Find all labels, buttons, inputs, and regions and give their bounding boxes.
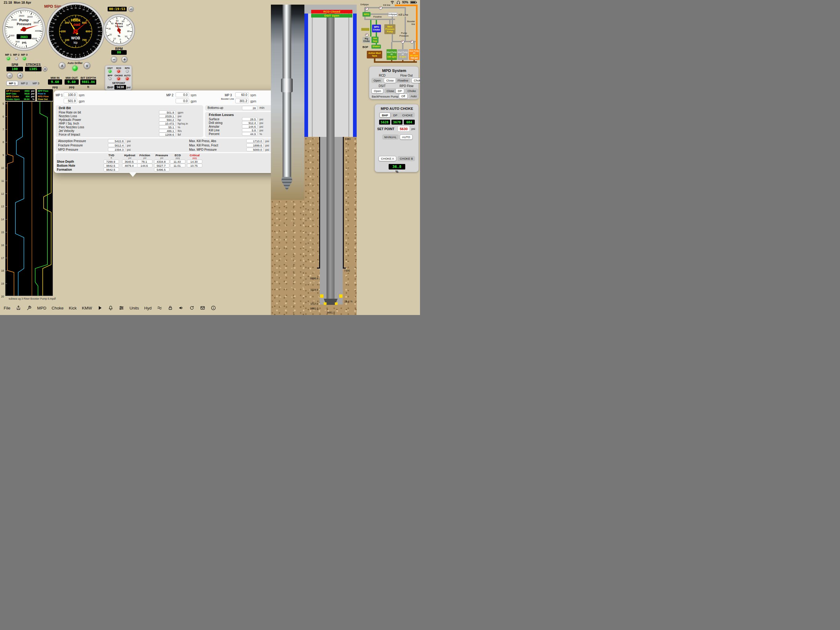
mp2-spm-field[interactable]: 0.0 xyxy=(175,92,189,97)
drill-bit-row-field[interactable]: 2029.1 xyxy=(159,114,175,118)
refresh-icon[interactable] xyxy=(189,305,195,311)
table-cell-field[interactable]: 9842.5 xyxy=(104,164,119,167)
schematic-node-drillpipe-btn[interactable]: Drillpipe xyxy=(388,12,397,17)
toolbar-choke-button[interactable]: Choke xyxy=(52,306,64,310)
share-icon[interactable] xyxy=(16,305,21,311)
info-icon[interactable] xyxy=(211,305,216,311)
backpressure-pump-auto-button[interactable]: Auto xyxy=(409,93,419,99)
strokes-reset-button[interactable]: R xyxy=(43,67,47,71)
drill-bit-row-field[interactable]: 501.9 xyxy=(159,111,175,114)
table-cell-field[interactable]: 3640.5 xyxy=(122,160,137,163)
pressure-row-field[interactable]: 5422.8 xyxy=(108,139,125,143)
booster-gpm-field[interactable]: 301.2 xyxy=(235,98,249,103)
svg-text:4500: 4500 xyxy=(32,37,37,40)
friction-row-field[interactable]: 5.8 xyxy=(242,128,257,132)
mail-icon[interactable] xyxy=(200,305,205,311)
mp1-spm-field[interactable]: 100.0 xyxy=(64,92,77,97)
bottoms-up-field[interactable]: 28 xyxy=(242,106,257,110)
play-icon[interactable] xyxy=(97,305,103,311)
table-cell-field[interactable]: 7299.9 xyxy=(104,160,119,163)
svg-text:40: 40 xyxy=(67,8,69,11)
tools-icon[interactable] xyxy=(27,305,32,311)
waves-icon[interactable] xyxy=(157,305,163,311)
setpoint-field[interactable]: 5630 xyxy=(398,126,410,131)
table-cell-field[interactable]: 144.6 xyxy=(137,164,153,167)
schematic-node-pump1: Mud Pump #1100 spm xyxy=(387,49,397,60)
tab-mp1[interactable]: MP 1 xyxy=(6,81,18,85)
pipe-segment xyxy=(376,20,377,25)
choke-mode-auto-button[interactable]: AUTO xyxy=(400,135,413,140)
friction-title: Friction Losses xyxy=(209,113,234,117)
table-cell-field[interactable]: 4879.4 xyxy=(122,164,137,167)
table-cell-field[interactable]: 5496.5 xyxy=(154,168,169,171)
pressure-table: TVDftHydrostpsiFrictionpsiPressurepsiECD… xyxy=(56,153,280,172)
pressure-row-field[interactable]: 5000.0 xyxy=(246,148,264,151)
speaker-icon[interactable] xyxy=(178,305,184,311)
pressure-row-field[interactable]: 2394.3 xyxy=(108,148,125,151)
friction-row-field[interactable]: 44.9 xyxy=(242,132,257,136)
mp2-gpm-field[interactable]: 0.0 xyxy=(175,98,189,103)
table-cell-field[interactable]: 11.43 xyxy=(170,160,185,163)
table-cell-field[interactable]: 11.01 xyxy=(170,164,185,167)
table-cell-field[interactable]: 14.30 xyxy=(187,160,202,163)
backpressure-pump-off-button[interactable]: Off xyxy=(399,93,408,99)
drill-bit-row-field[interactable]: 486.1 xyxy=(159,129,175,133)
friction-row-field[interactable]: 144.6 xyxy=(242,125,257,128)
rpd-flow-choke-button[interactable]: Choke xyxy=(405,88,418,93)
rpd-flow-dp-button[interactable]: DP xyxy=(395,88,404,93)
rpm-plus-button[interactable]: + xyxy=(122,56,128,62)
toolbar-kmw-button[interactable]: KMW xyxy=(82,306,92,310)
pressure-row-field[interactable]: 1899.6 xyxy=(246,143,264,147)
bhp-label: BHP xyxy=(106,85,114,89)
spm-value: 100 xyxy=(6,67,23,71)
auto-choke-tab-choke[interactable]: CHOKE xyxy=(400,112,415,117)
auto-choke-tab-bhp[interactable]: BHP xyxy=(379,112,390,117)
dsit-close-button[interactable]: Close xyxy=(384,88,396,93)
auto-driller-down-button[interactable]: ∨ xyxy=(84,62,90,69)
readout-row: BHP Calc5628psi xyxy=(6,92,35,95)
pressure-row-field[interactable]: 1710.0 xyxy=(246,139,264,143)
toolbar-file-button[interactable]: File xyxy=(4,306,11,310)
auto-choke-tab-dp[interactable]: DP xyxy=(391,112,399,117)
table-cell-field[interactable]: 5627.7 xyxy=(154,164,169,167)
flow-out-flowline-button[interactable]: Flowline xyxy=(395,78,411,83)
friction-row-field[interactable]: 912.4 xyxy=(242,121,257,125)
choke-select-choke-a-button[interactable]: CHOKE A xyxy=(379,156,396,161)
pressures-section: Absorption Pressure5422.8psiFracture Pre… xyxy=(56,138,280,152)
dsit-open-button[interactable]: Open xyxy=(371,88,384,93)
drill-bit-row-field[interactable]: 1208.6 xyxy=(159,133,175,136)
timer-multiplier-button[interactable]: x1 xyxy=(128,6,134,12)
toolbar-kick-button[interactable]: Kick xyxy=(69,306,77,310)
lock-icon[interactable] xyxy=(167,305,173,311)
drill-bit-row-field[interactable]: 55.1 xyxy=(159,125,175,129)
spm-minus-button[interactable]: – xyxy=(7,73,13,78)
table-cell-field[interactable]: 78.1 xyxy=(137,160,153,163)
bell-icon[interactable] xyxy=(108,305,114,311)
mp3-spm-field[interactable]: 60.0 xyxy=(235,92,249,97)
pipe-segment xyxy=(416,5,418,49)
toolbar-hyd-button[interactable]: Hyd xyxy=(144,306,152,310)
svg-text:WOB: WOB xyxy=(71,36,80,40)
tab-mp2[interactable]: MP 2 xyxy=(19,81,30,85)
table-cell-field[interactable]: 4334.8 xyxy=(154,160,169,163)
tab-mp3[interactable]: MP 3 xyxy=(30,81,41,85)
toolbar-mpd-button[interactable]: MPD xyxy=(37,306,46,310)
schematic-label-kill-line: Kill Line xyxy=(398,13,411,16)
friction-row-field[interactable]: 28.5 xyxy=(242,117,257,121)
drill-bit-row-field[interactable]: 10.472 xyxy=(159,122,175,125)
toolbar-units-button[interactable]: Units xyxy=(129,306,139,310)
drill-bit-row-field[interactable]: 594.2 xyxy=(159,118,175,122)
table-cell-field[interactable]: 10.75 xyxy=(187,164,202,167)
sliders-icon[interactable] xyxy=(119,305,124,311)
table-cell-field[interactable]: 9842.5 xyxy=(104,168,119,171)
choke-mode-manual-button[interactable]: MANUAL xyxy=(382,135,399,140)
spm-plus-button[interactable]: + xyxy=(17,73,23,78)
pressure-row-field[interactable]: 5612.4 xyxy=(108,143,125,147)
choke-select-choke-b-button[interactable]: CHOKE B xyxy=(398,156,415,161)
flow-out-choke-button[interactable]: Choke xyxy=(411,78,420,83)
auto-driller-up-button[interactable]: ∧ xyxy=(59,62,65,69)
mp1-gpm-field[interactable]: 501.9 xyxy=(64,98,77,103)
rpm-minus-button[interactable]: – xyxy=(111,56,117,62)
rcd-open-button[interactable]: Open xyxy=(371,78,383,83)
rcd-close-button[interactable]: Close xyxy=(384,78,396,83)
